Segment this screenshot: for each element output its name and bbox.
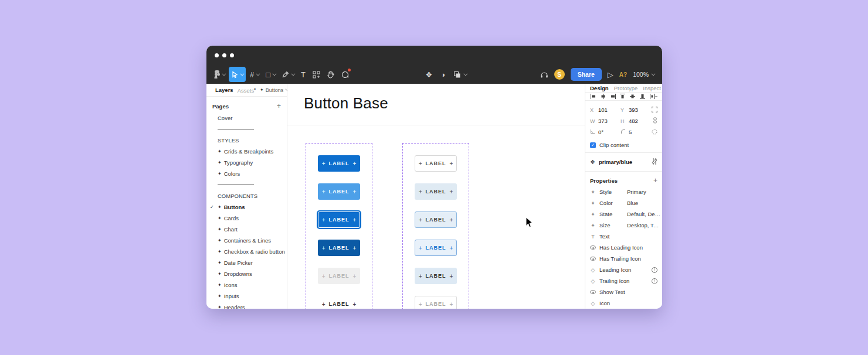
page-divider[interactable]: [206, 124, 287, 135]
property-row-state[interactable]: ✦StateDefault, Default ...: [585, 209, 662, 220]
distribute-dropdown[interactable]: [649, 93, 657, 100]
button-primary-text[interactable]: +LABEL+: [318, 296, 360, 309]
share-button[interactable]: Share: [571, 68, 602, 81]
window-dot[interactable]: [222, 53, 226, 57]
property-row-leading-icon[interactable]: ◇Leading Icon!: [585, 264, 662, 275]
tab-design[interactable]: Design: [590, 85, 609, 91]
button-secondary-pressed[interactable]: +LABEL+: [415, 268, 457, 284]
button-primary-default[interactable]: +LABEL+: [318, 155, 360, 172]
present-icon[interactable]: ▷: [608, 71, 613, 78]
button-secondary-default[interactable]: +LABEL+: [415, 155, 457, 172]
page-item-chart[interactable]: ✦Chart: [206, 224, 287, 235]
property-row-text[interactable]: TText: [585, 231, 662, 242]
component-icon[interactable]: ❖: [426, 71, 433, 78]
property-row-style[interactable]: ✦StylePrimary: [585, 186, 662, 197]
page-item-cards[interactable]: ✦Cards: [206, 213, 287, 224]
hand-tool-button[interactable]: [324, 67, 337, 82]
tab-layers[interactable]: Layers: [215, 87, 233, 93]
instance-swap-icon: ◇: [590, 267, 596, 273]
move-tool-button[interactable]: [229, 67, 246, 82]
height-input[interactable]: 482: [629, 118, 638, 124]
mask-icon[interactable]: ◑: [440, 71, 445, 78]
instance-swap-icon: ◇: [590, 278, 596, 284]
width-input[interactable]: 373: [598, 118, 608, 124]
eye-icon: [590, 245, 596, 250]
page-item-typography[interactable]: ✦Typography: [206, 157, 287, 168]
property-row-has-trailing-icon[interactable]: Has Trailing Icon: [585, 253, 662, 264]
property-row-color[interactable]: ✦ColorBlue: [585, 197, 662, 209]
page-item-containers[interactable]: ✦Containers & Lines: [206, 235, 287, 246]
page-item-buttons[interactable]: ✓✦Buttons: [206, 202, 287, 213]
page-divider[interactable]: [206, 179, 287, 190]
transform-section: X101 Y393 W373 H482 0° 5: [585, 101, 662, 139]
tab-inspect[interactable]: Inspect: [643, 85, 661, 91]
button-primary-focus[interactable]: +LABEL+: [318, 211, 360, 228]
canvas[interactable]: Button Base +LABEL+ +LABEL+ +LABEL+ +LAB…: [287, 84, 585, 309]
property-row-icon[interactable]: ◇Icon: [585, 298, 662, 309]
page-item-checkbox[interactable]: ✦Checkbox & radio button: [206, 246, 287, 257]
avatar[interactable]: S: [554, 69, 565, 80]
pen-tool-button[interactable]: [279, 67, 297, 82]
property-row-has-leading-icon[interactable]: Has Leading Icon: [585, 242, 662, 253]
accessibility-badge[interactable]: A?: [619, 71, 627, 78]
page-item-grids[interactable]: ✦Grids & Breakpoints: [206, 146, 287, 157]
button-secondary-active[interactable]: +LABEL+: [415, 240, 457, 256]
page-item-colors[interactable]: ✦Colors: [206, 168, 287, 179]
y-input[interactable]: 393: [629, 107, 638, 113]
shape-tool-button[interactable]: □: [263, 67, 278, 82]
align-top-icon[interactable]: [619, 93, 626, 100]
constrain-proportions-icon[interactable]: [653, 117, 657, 125]
property-row-trailing-icon[interactable]: ◇Trailing Icon!: [585, 275, 662, 286]
component-star-icon: ✦: [260, 87, 264, 93]
add-property-button[interactable]: +: [653, 176, 657, 185]
add-page-button[interactable]: +: [277, 102, 281, 110]
frame-tool-button[interactable]: #: [247, 67, 262, 82]
page-item-datepicker[interactable]: ✦Date Picker: [206, 257, 287, 268]
component-frame-secondary[interactable]: +LABEL+ +LABEL+ +LABEL+ +LABEL+ +LABEL+ …: [402, 143, 469, 309]
button-primary-hover[interactable]: +LABEL+: [318, 183, 360, 200]
rotation-input[interactable]: 0°: [598, 129, 603, 135]
button-secondary-disabled[interactable]: +LABEL+: [415, 296, 457, 309]
page-item-inputs[interactable]: ✦Inputs: [206, 291, 287, 302]
page-item-headers[interactable]: ✦Headers: [206, 302, 287, 309]
align-h-center-icon[interactable]: [600, 93, 606, 100]
x-input[interactable]: 101: [598, 107, 608, 113]
button-primary-disabled[interactable]: +LABEL+: [318, 268, 360, 284]
boolean-groups-button[interactable]: [453, 71, 466, 78]
tab-prototype[interactable]: Prototype: [614, 85, 638, 91]
property-row-size[interactable]: ✦SizeDesktop, Tablet: [585, 220, 662, 231]
page-item-icons[interactable]: ✦Icons: [206, 279, 287, 291]
tab-assets[interactable]: Assets•: [238, 86, 256, 94]
corner-positions-icon[interactable]: [652, 107, 657, 114]
align-v-center-icon[interactable]: [629, 93, 636, 100]
page-selector-dropdown[interactable]: ✦ Buttons: [260, 87, 288, 93]
component-row[interactable]: ❖ primary/blue: [585, 153, 662, 172]
window-dot[interactable]: [230, 53, 234, 57]
page-item-cover[interactable]: Cover: [206, 112, 287, 124]
component-tool-button[interactable]: [310, 67, 323, 82]
trailing-plus-icon: +: [353, 301, 357, 308]
comment-tool-button[interactable]: [338, 67, 352, 82]
warning-icon: !: [652, 278, 657, 284]
adjust-sliders-icon[interactable]: [652, 158, 657, 166]
zoom-level-dropdown[interactable]: 100%: [633, 71, 654, 78]
text-tool-button[interactable]: T: [298, 67, 308, 82]
align-left-icon[interactable]: [590, 93, 596, 100]
button-secondary-focus[interactable]: +LABEL+: [415, 211, 457, 228]
main-menu-button[interactable]: [211, 67, 228, 82]
page-item-dropdowns[interactable]: ✦Dropdowns: [206, 268, 287, 279]
checkbox-checked-icon[interactable]: ✓: [590, 142, 596, 148]
clip-content-row[interactable]: ✓ Clip content: [585, 139, 662, 153]
property-row-show-text[interactable]: Show Text: [585, 286, 662, 298]
button-secondary-hover[interactable]: +LABEL+: [415, 183, 457, 200]
align-right-icon[interactable]: [610, 93, 616, 100]
component-frame-primary[interactable]: +LABEL+ +LABEL+ +LABEL+ +LABEL+ +LABEL+ …: [306, 143, 372, 309]
corner-radius-input[interactable]: 5: [629, 129, 632, 135]
headphones-icon[interactable]: [540, 71, 548, 78]
page-item-styles[interactable]: STYLES: [206, 135, 287, 146]
window-dot[interactable]: [215, 53, 219, 57]
independent-corners-icon[interactable]: [652, 129, 657, 136]
page-item-components[interactable]: COMPONENTS: [206, 190, 287, 202]
button-primary-pressed[interactable]: +LABEL+: [318, 240, 360, 256]
align-bottom-icon[interactable]: [639, 93, 646, 100]
